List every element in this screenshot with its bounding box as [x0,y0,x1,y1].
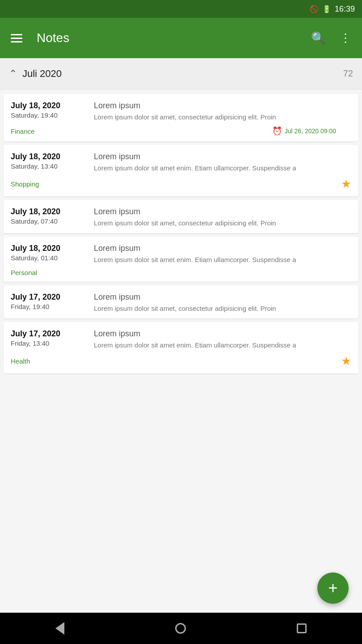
note-date-column: July 18, 2020 Saturday, 19:40 [11,101,87,122]
bottom-nav [0,613,362,644]
note-text-column: Lorem ipsum Lorem ipsum dolor sit amet, … [94,207,351,228]
note-card[interactable]: July 18, 2020 Saturday, 13:40 Lorem ipsu… [4,145,358,196]
note-text-column: Lorem ipsum Lorem ipsum dolor sit amet e… [94,244,351,264]
note-footer-right: ★ [341,177,351,191]
note-date-main: July 18, 2020 [11,101,87,110]
note-footer: Health ★ [11,354,351,368]
note-tag: Personal [11,269,37,276]
note-footer-right: ⏰Jul 26, 2020 09:00 [272,126,351,136]
note-date-column: July 17, 2020 Friday, 19:40 [11,292,87,313]
back-button[interactable] [51,618,69,639]
note-title: Lorem ipsum [94,101,351,110]
note-content: July 18, 2020 Saturday, 07:40 Lorem ipsu… [11,207,351,228]
collapse-month-button[interactable]: ⌃ [9,68,17,80]
month-count: 72 [343,68,353,79]
note-card[interactable]: July 17, 2020 Friday, 19:40 Lorem ipsum … [4,285,358,318]
app-bar: Notes 🔍 ⋮ [0,18,362,58]
month-label: Juli 2020 [22,68,343,80]
more-options-button[interactable]: ⋮ [336,28,355,49]
note-card[interactable]: July 18, 2020 Saturday, 19:40 Lorem ipsu… [4,94,358,141]
note-date-sub: Saturday, 01:40 [11,254,87,262]
note-date-main: July 18, 2020 [11,244,87,253]
recents-button[interactable] [292,619,311,638]
note-title: Lorem ipsum [94,329,351,339]
star-icon: ★ [341,354,351,368]
note-footer: Shopping ★ [11,177,351,191]
note-title: Lorem ipsum [94,207,351,216]
note-date-sub: Saturday, 19:40 [11,111,87,119]
month-header: ⌃ Juli 2020 72 [0,58,362,89]
note-tag: Shopping [11,180,39,188]
note-date-sub: Saturday, 13:40 [11,162,87,170]
search-button[interactable]: 🔍 [307,28,329,49]
note-date-main: July 18, 2020 [11,207,87,216]
note-card[interactable]: July 17, 2020 Friday, 13:40 Lorem ipsum … [4,322,358,373]
note-date-column: July 18, 2020 Saturday, 07:40 [11,207,87,228]
note-date-main: July 17, 2020 [11,292,87,302]
status-icons: 🚫 🔋 16:39 [310,4,355,14]
recents-icon [297,623,307,633]
note-date-sub: Friday, 13:40 [11,339,87,347]
back-icon [55,622,64,635]
note-footer: Finance ⏰Jul 26, 2020 09:00 [11,126,351,136]
note-title: Lorem ipsum [94,152,351,161]
note-date-column: July 18, 2020 Saturday, 13:40 [11,152,87,173]
note-body: Lorem ipsum dolor sit amet enim. Etiam u… [94,340,351,350]
note-footer-right: ★ [341,354,351,368]
note-tag: Finance [11,127,34,135]
note-footer: Personal [11,269,351,276]
plus-icon: + [328,579,337,597]
note-title: Lorem ipsum [94,244,351,253]
note-date-column: July 17, 2020 Friday, 13:40 [11,329,87,350]
note-text-column: Lorem ipsum Lorem ipsum dolor sit amet, … [94,101,351,122]
add-note-fab[interactable]: + [317,572,349,604]
note-date-column: July 18, 2020 Saturday, 01:40 [11,244,87,264]
battery-icon: 🔋 [322,5,331,13]
signal-off-icon: 🚫 [310,5,319,13]
status-bar: 🚫 🔋 16:39 [0,0,362,18]
note-content: July 17, 2020 Friday, 13:40 Lorem ipsum … [11,329,351,350]
note-content: July 17, 2020 Friday, 19:40 Lorem ipsum … [11,292,351,313]
note-content: July 18, 2020 Saturday, 19:40 Lorem ipsu… [11,101,351,122]
notes-list: July 18, 2020 Saturday, 19:40 Lorem ipsu… [0,89,362,613]
note-content: July 18, 2020 Saturday, 01:40 Lorem ipsu… [11,244,351,264]
note-text-column: Lorem ipsum Lorem ipsum dolor sit amet, … [94,292,351,313]
app-title: Notes [37,31,300,45]
note-date-sub: Friday, 19:40 [11,303,87,310]
note-card[interactable]: July 18, 2020 Saturday, 07:40 Lorem ipsu… [4,200,358,233]
home-button[interactable] [171,619,190,638]
note-date-main: July 18, 2020 [11,152,87,161]
note-text-column: Lorem ipsum Lorem ipsum dolor sit amet e… [94,329,351,350]
note-body: Lorem ipsum dolor sit amet, consectetur … [94,112,351,122]
status-time: 16:39 [335,4,355,14]
menu-button[interactable] [7,30,26,46]
note-reminder: ⏰Jul 26, 2020 09:00 [272,126,336,136]
note-body: Lorem ipsum dolor sit amet enim. Etiam u… [94,163,351,173]
note-date-main: July 17, 2020 [11,329,87,339]
note-text-column: Lorem ipsum Lorem ipsum dolor sit amet e… [94,152,351,173]
note-title: Lorem ipsum [94,292,351,302]
note-card[interactable]: July 18, 2020 Saturday, 01:40 Lorem ipsu… [4,237,358,282]
note-tag: Health [11,357,30,365]
star-icon: ★ [341,177,351,191]
note-body: Lorem ipsum dolor sit amet, consectetur … [94,218,351,228]
reminder-text: Jul 26, 2020 09:00 [285,127,336,135]
note-body: Lorem ipsum dolor sit amet enim. Etiam u… [94,255,351,264]
note-date-sub: Saturday, 07:40 [11,217,87,225]
note-content: July 18, 2020 Saturday, 13:40 Lorem ipsu… [11,152,351,173]
alarm-icon: ⏰ [272,126,282,136]
note-body: Lorem ipsum dolor sit amet, consectetur … [94,304,351,313]
home-icon [175,623,186,634]
